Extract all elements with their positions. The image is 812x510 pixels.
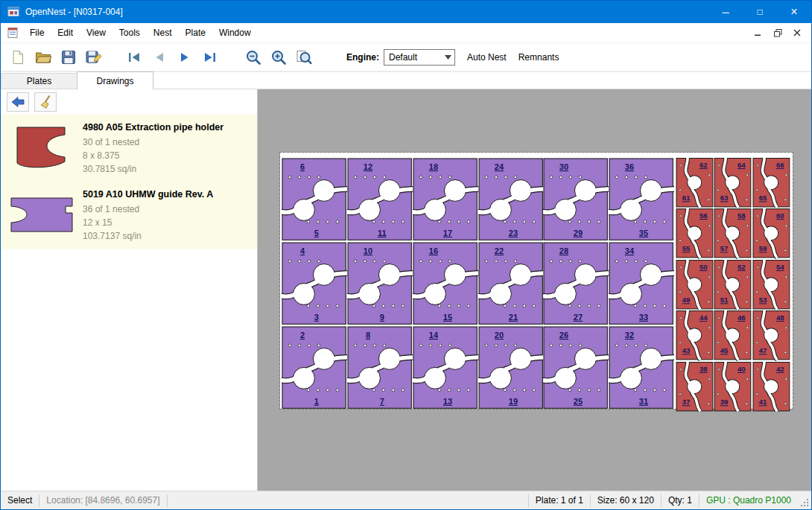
menu-view[interactable]: View	[80, 23, 112, 42]
zoom-out-button[interactable]	[241, 45, 266, 69]
nested-pair-guide[interactable]: 2 1	[282, 325, 347, 409]
nested-pair-pipe-holder[interactable]: 44 43	[676, 310, 714, 360]
nested-pair-guide[interactable]: 36 35	[609, 157, 674, 241]
zoom-in-button[interactable]	[266, 45, 291, 69]
menu-file[interactable]: File	[23, 23, 51, 42]
nested-pair-guide[interactable]: 8 7	[347, 325, 413, 409]
nested-pair-pipe-holder[interactable]: 60 59	[752, 208, 790, 258]
status-gpu: GPU : Quadro P1000	[700, 494, 798, 507]
menu-edit[interactable]: Edit	[51, 23, 80, 42]
nested-pair-pipe-holder[interactable]: 64 63	[714, 157, 752, 208]
nested-pair-pipe-holder[interactable]: 56 55	[676, 208, 714, 258]
mdi-close-button[interactable]	[789, 25, 805, 40]
chevron-down-icon[interactable]	[442, 50, 454, 65]
next-plate-button[interactable]	[172, 45, 197, 69]
svg-text:37: 37	[682, 398, 691, 406]
svg-text:9: 9	[380, 313, 384, 322]
nested-pair-guide[interactable]: 10 9	[347, 241, 413, 325]
svg-text:14: 14	[429, 331, 439, 340]
document-icon	[7, 27, 19, 39]
drawing-nested-count: 36 of 1 nested	[83, 203, 213, 216]
menu-tools[interactable]: Tools	[112, 23, 147, 42]
nested-pair-guide[interactable]: 24 23	[478, 157, 544, 241]
nested-pair-guide[interactable]: 16 15	[413, 241, 478, 325]
zoom-out-icon	[245, 49, 261, 66]
nested-pair-guide[interactable]: 28 27	[543, 241, 609, 325]
svg-text:29: 29	[574, 229, 583, 238]
nested-pair-guide[interactable]: 34 33	[609, 241, 674, 325]
menu-nest[interactable]: Nest	[147, 23, 179, 42]
status-size: Size: 60 x 120	[591, 494, 662, 507]
drawing-size: 8 x 8.375	[83, 149, 223, 162]
nest-pair-svg: 54 53	[752, 259, 790, 310]
svg-text:43: 43	[682, 347, 691, 355]
nested-pair-guide[interactable]: 12 11	[347, 157, 413, 241]
nested-pair-guide[interactable]: 30 29	[543, 157, 609, 241]
nest-pair-svg: 12 11	[347, 157, 413, 241]
nested-pair-pipe-holder[interactable]: 50 49	[676, 259, 714, 310]
nested-pair-guide[interactable]: 4 3	[282, 241, 347, 325]
svg-text:10: 10	[364, 246, 372, 255]
drawings-sidebar: 4980 A05 Extraction pipe holder 30 of 1 …	[1, 89, 258, 491]
plate[interactable]: 6 5 12 11 18 17 24 23 30 29 36 35 4 3	[280, 153, 793, 409]
nested-pair-pipe-holder[interactable]: 46 45	[714, 310, 752, 360]
svg-text:24: 24	[494, 162, 504, 171]
nested-pair-pipe-holder[interactable]: 58 57	[714, 208, 752, 258]
resize-grip[interactable]	[798, 491, 811, 509]
minimize-button[interactable]: ─	[708, 1, 743, 23]
new-document-icon	[10, 50, 25, 65]
svg-text:32: 32	[625, 331, 634, 340]
nested-pair-guide[interactable]: 18 17	[413, 157, 478, 241]
menu-window[interactable]: Window	[212, 23, 258, 42]
open-button[interactable]	[31, 45, 56, 69]
last-plate-button[interactable]	[197, 45, 223, 69]
nested-pair-pipe-holder[interactable]: 62 61	[676, 157, 714, 208]
svg-text:13: 13	[443, 396, 451, 405]
maximize-button[interactable]: □	[743, 1, 777, 23]
nested-pair-pipe-holder[interactable]: 48 47	[752, 310, 790, 360]
nested-pair-guide[interactable]: 22 21	[478, 241, 544, 325]
mdi-restore-button[interactable]	[770, 25, 786, 40]
svg-text:11: 11	[378, 229, 387, 238]
close-button[interactable]: ×	[777, 1, 811, 23]
new-button[interactable]	[5, 45, 31, 69]
nest-canvas[interactable]: 6 5 12 11 18 17 24 23 30 29 36 35 4 3	[258, 89, 811, 491]
svg-text:62: 62	[700, 161, 708, 169]
close-icon	[793, 29, 801, 36]
nested-pair-pipe-holder[interactable]: 42 41	[752, 361, 790, 412]
engine-value: Default	[384, 52, 442, 63]
svg-text:5: 5	[314, 229, 319, 238]
nested-pair-guide[interactable]: 14 13	[413, 325, 478, 409]
svg-text:63: 63	[720, 194, 729, 202]
tab-drawings[interactable]: Drawings	[77, 71, 153, 89]
nest-pair-svg: 48 47	[752, 310, 790, 360]
svg-text:23: 23	[508, 229, 517, 238]
nested-pair-pipe-holder[interactable]: 66 65	[752, 157, 790, 208]
engine-select[interactable]: Default	[384, 49, 455, 66]
tab-plates[interactable]: Plates	[1, 73, 77, 89]
nest-pair-svg: 38 37	[676, 361, 714, 412]
svg-text:15: 15	[443, 313, 451, 322]
list-item-extraction-pipe-holder[interactable]: 4980 A05 Extraction pipe holder 30 of 1 …	[1, 115, 257, 182]
list-item-uhmw-guide[interactable]: 5019 A10 UHMW guide Rev. A 36 of 1 neste…	[1, 182, 257, 249]
nested-pair-guide[interactable]: 6 5	[282, 157, 347, 241]
nested-pair-guide[interactable]: 32 31	[609, 325, 674, 409]
nested-pair-guide[interactable]: 20 19	[478, 325, 544, 409]
nested-pair-pipe-holder[interactable]: 52 51	[714, 259, 752, 310]
clean-button[interactable]	[34, 92, 57, 112]
nested-pair-guide[interactable]: 26 25	[543, 325, 609, 409]
flip-part-button[interactable]	[7, 92, 29, 112]
previous-plate-button[interactable]	[147, 45, 172, 69]
nested-pair-pipe-holder[interactable]: 40 39	[714, 361, 752, 412]
nested-pair-pipe-holder[interactable]: 38 37	[676, 361, 714, 412]
mdi-minimize-button[interactable]	[750, 25, 767, 40]
remnants-button[interactable]: Remnants	[518, 52, 559, 63]
zoom-fit-button[interactable]	[291, 45, 317, 69]
menu-plate[interactable]: Plate	[179, 23, 212, 42]
auto-nest-button[interactable]: Auto Nest	[467, 52, 507, 63]
svg-text:33: 33	[639, 313, 648, 322]
nested-pair-pipe-holder[interactable]: 54 53	[752, 259, 790, 310]
save-button[interactable]	[56, 45, 81, 69]
save-as-button[interactable]	[81, 45, 107, 69]
first-plate-button[interactable]	[121, 45, 147, 69]
